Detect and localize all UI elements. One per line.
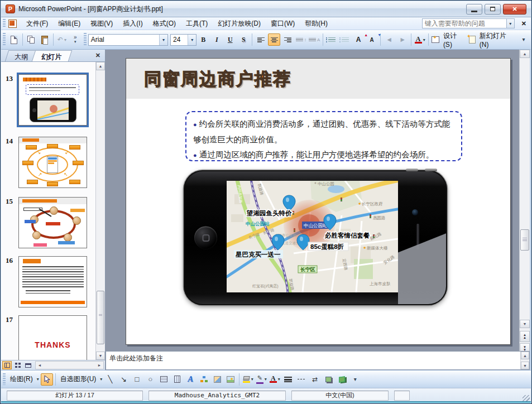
decrease-font-button[interactable]: A▼ <box>366 33 378 46</box>
font-name-combo[interactable]: Arial ▾ <box>88 34 168 46</box>
help-dropdown-icon[interactable]: ▾ <box>507 18 515 28</box>
restore-button[interactable] <box>485 4 501 15</box>
align-center-button[interactable] <box>268 33 280 46</box>
text-shadow-button[interactable]: S <box>237 33 250 46</box>
text-box-button[interactable] <box>157 373 170 386</box>
design-button[interactable]: 设计(S) <box>431 33 467 46</box>
scroll-down-icon[interactable]: ▼ <box>521 362 529 369</box>
slideshow-view-button[interactable] <box>23 361 33 369</box>
new-document-button[interactable] <box>8 33 20 46</box>
fill-color-button[interactable]: ▾ <box>242 373 254 386</box>
toolbar-grip[interactable] <box>3 373 6 386</box>
scroll-up-icon[interactable]: ▲ <box>521 352 529 359</box>
shadow-style-button[interactable] <box>322 373 334 386</box>
menu-view[interactable]: 视图(V) <box>85 17 118 30</box>
slide-thumbnail-13[interactable] <box>18 74 87 126</box>
3d-style-button[interactable] <box>336 373 348 386</box>
font-color-button[interactable]: A ▾ <box>414 33 426 46</box>
line-spacing-button[interactable]: ↕ <box>295 33 307 46</box>
clip-art-button[interactable] <box>211 373 223 386</box>
font-name-dropdown-icon[interactable]: ▾ <box>159 35 167 45</box>
line-tool-button[interactable]: ╲ <box>104 373 116 386</box>
arrow-tool-button[interactable]: ↘ <box>117 373 130 386</box>
notes-pane[interactable]: 单击此处添加备注 ▲ ▼ <box>106 351 530 370</box>
close-button[interactable]: ✕ <box>503 4 526 15</box>
wordart-button[interactable]: A <box>184 373 196 386</box>
bold-button[interactable]: B <box>197 33 209 46</box>
panel-horizontal-scrollbar[interactable]: ◄ ► <box>35 361 104 369</box>
oval-tool-button[interactable]: ○ <box>144 373 156 386</box>
line-color-button[interactable]: ✎ ▾ <box>255 373 267 386</box>
minimize-button[interactable] <box>466 4 482 15</box>
select-objects-button[interactable] <box>41 373 53 386</box>
arrow-style-button[interactable]: ⇄ <box>309 373 321 386</box>
normal-view-button[interactable] <box>2 361 12 369</box>
toolbar-options-button[interactable]: »▾ <box>69 33 82 46</box>
menu-format[interactable]: 格式(O) <box>148 17 181 30</box>
increase-indent-button[interactable]: ► <box>396 33 409 46</box>
font-color-dropdown-icon[interactable]: ▾ <box>423 37 425 42</box>
menu-tools[interactable]: 工具(T) <box>181 17 213 30</box>
undo-button[interactable]: ↶▾ <box>56 33 68 46</box>
toolbar-grip[interactable] <box>84 33 87 46</box>
menu-slideshow[interactable]: 幻灯片放映(D) <box>213 17 266 30</box>
slide-thumbnail-15[interactable] <box>18 197 87 248</box>
new-slide-button[interactable]: 新幻灯片(N) <box>468 33 517 46</box>
font-color-button-2[interactable]: A ▾ <box>269 373 281 386</box>
menu-file[interactable]: 文件(F) <box>21 17 53 30</box>
menu-window[interactable]: 窗口(W) <box>266 17 300 30</box>
main-scrollbar[interactable]: ▲ ▼ ▲▲ ▼▼ <box>519 50 530 358</box>
line-style-button[interactable] <box>282 373 294 386</box>
scroll-down-icon[interactable]: ▼ <box>520 320 530 328</box>
align-right-button[interactable] <box>281 33 294 46</box>
italic-button[interactable]: I <box>210 33 223 46</box>
notes-scrollbar[interactable]: ▲ ▼ <box>520 352 529 369</box>
help-search-input[interactable] <box>422 18 507 28</box>
insert-picture-button[interactable] <box>224 373 237 386</box>
slide-sorter-view-button[interactable] <box>13 361 22 369</box>
draw-menu-button[interactable]: 绘图(R)▾ <box>8 373 40 386</box>
toolbar-grip[interactable] <box>3 19 6 27</box>
scroll-down-icon[interactable]: ▼ <box>96 352 105 360</box>
tab-slides[interactable]: 幻灯片 <box>32 50 72 61</box>
scrollbar-thumb[interactable] <box>520 229 529 251</box>
slide-text-box[interactable]: ●约会所关联的商业消费活动多，通过团购、优惠券、线下活动等方式能够创造巨大的商业… <box>185 111 462 161</box>
document-icon[interactable] <box>8 20 17 28</box>
slide-thumbnail-14[interactable]: ↘↘ ↘↘ <box>18 137 87 188</box>
text-direction-button[interactable]: A <box>308 33 320 46</box>
menu-help[interactable]: 帮助(H) <box>300 17 333 30</box>
slide-thumbnail-16[interactable] <box>18 256 87 307</box>
panel-scrollbar[interactable]: ▲ ▼ <box>95 62 105 360</box>
paste-button[interactable] <box>39 33 51 46</box>
increase-font-button[interactable]: A▲ <box>352 33 365 46</box>
decrease-indent-button[interactable]: ◄ <box>383 33 395 46</box>
notes-placeholder[interactable]: 单击此处添加备注 <box>109 354 163 363</box>
rectangle-tool-button[interactable]: □ <box>131 373 143 386</box>
menubar-close-icon[interactable]: ✕ <box>521 20 526 27</box>
scroll-up-icon[interactable]: ▲ <box>96 62 105 70</box>
numbering-button[interactable] <box>325 33 338 46</box>
dash-style-button[interactable] <box>295 373 308 386</box>
bullets-button[interactable] <box>339 33 351 46</box>
scroll-left-icon[interactable]: ◄ <box>36 362 44 369</box>
vertical-text-box-button[interactable] <box>171 373 183 386</box>
slide-title[interactable]: 同窗周边商户推荐 <box>144 68 291 91</box>
previous-slide-button[interactable]: ▲▲ <box>520 331 530 342</box>
copy-button[interactable] <box>25 33 37 46</box>
menu-edit[interactable]: 编辑(E) <box>53 17 85 30</box>
slide-canvas[interactable]: 同窗周边商户推荐 ●约会所关联的商业消费活动多，通过团购、优惠券、线下活动等方式… <box>126 58 511 345</box>
status-template-name[interactable]: Madhouse_Analytics_GMT2 <box>148 391 286 401</box>
scroll-up-icon[interactable]: ▲ <box>520 50 530 58</box>
diagram-button[interactable] <box>198 373 210 386</box>
menu-insert[interactable]: 插入(I) <box>118 17 147 30</box>
toolbar-options-button[interactable]: ▾ <box>517 33 530 46</box>
scrollbar-thumb[interactable] <box>97 291 104 344</box>
toolbar-options-button[interactable]: ▾ <box>349 373 361 386</box>
font-size-combo[interactable]: 24 ▾ <box>170 34 196 46</box>
underline-button[interactable]: U <box>224 33 236 46</box>
panel-close-icon[interactable]: ✕ <box>95 52 105 59</box>
status-language[interactable]: 中文(中国) <box>291 391 389 401</box>
toolbar-grip[interactable] <box>3 33 6 46</box>
iphone-image[interactable]: 中山公园站 中山公园站 长宁区 中山公园 长宁区政府 愚园路 宣化路 新媒体大楼… <box>184 170 447 305</box>
autoshapes-menu-button[interactable]: 自选图形(U)▾ <box>58 373 103 386</box>
